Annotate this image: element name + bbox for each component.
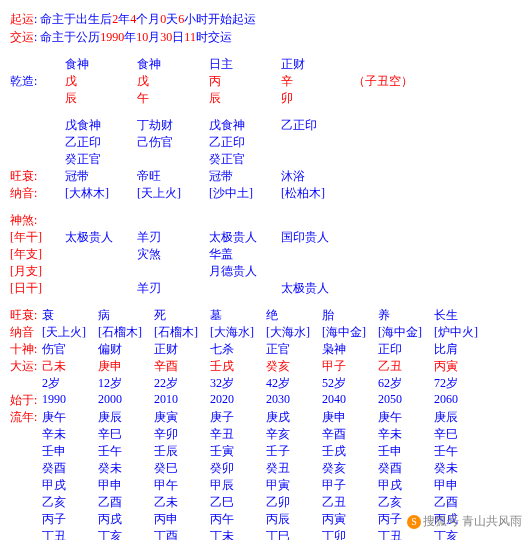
dayun-table: 旺衰: 衰病死墓绝胎养长生 纳音 [天上火][石榴木][石榴木][大海水][大海… — [10, 307, 490, 540]
shiyu-row: 始于: 19902000201020202030204020502060 — [10, 392, 490, 409]
nayin-row: 纳音 [天上火][石榴木][石榴木][大海水][大海水][海中金][海中金][炉… — [10, 324, 490, 341]
watermark: S搜狐号 青山共风雨 — [407, 513, 522, 530]
liunian-row: 流年: 庚午庚辰庚寅庚子庚戌庚申庚午庚辰 — [10, 409, 490, 426]
nayin-label: 纳音: — [10, 185, 65, 202]
sohu-logo-icon: S — [407, 515, 421, 529]
shensha-title: 神煞: — [10, 212, 65, 229]
pillars-table: 食神食神日主正财 乾造:戊戊丙辛（子丑空） 辰午辰卯 戊食神丁劫财戊食神乙正印 … — [10, 56, 413, 202]
qianzao-label: 乾造: — [10, 73, 65, 90]
dayun-row: 大运: 己未庚申辛酉壬戌癸亥甲子乙丑丙寅 — [10, 358, 490, 375]
qiyun-line: 起运: 命主于出生后2年4个月0天6小时开始起运 — [10, 10, 532, 28]
jiaoyun-line: 交运: 命主于公历1990年10月30日11时交运 — [10, 28, 532, 46]
age-row: 2岁12岁22岁32岁42岁52岁62岁72岁 — [10, 375, 490, 392]
shishen-row: 十神: 伤官偏财正财七杀正官枭神正印比肩 — [10, 341, 490, 358]
watermark-author: 青山共风雨 — [462, 514, 522, 528]
wangshuai-row: 旺衰: 衰病死墓绝胎养长生 — [10, 307, 490, 324]
wangshuai-label: 旺衰: — [10, 168, 65, 185]
watermark-brand: 搜狐号 — [423, 514, 459, 528]
shensha-table: 神煞: [年干]太极贵人羊刃太极贵人国印贵人 [年支]灾煞华盖 [月支]月德贵人… — [10, 212, 353, 297]
kongwang: （子丑空） — [353, 73, 413, 90]
qiyun-label: 起运 — [10, 12, 34, 26]
jiaoyun-label: 交运 — [10, 30, 34, 44]
